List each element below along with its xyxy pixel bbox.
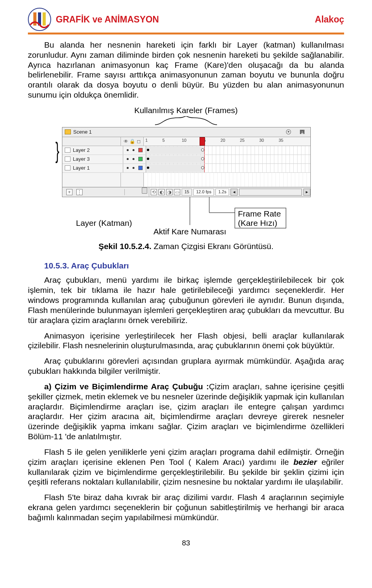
- svg-rect-7: [235, 208, 286, 228]
- header-title-right: Alakoç: [315, 14, 344, 25]
- layer-color-swatch: [138, 166, 143, 170]
- figure-top-label: Kullanılmış Kareler (Frames): [28, 105, 344, 115]
- section-heading: 10.5.3. Araç Çubukları: [44, 261, 344, 271]
- add-guide-layer-icon[interactable]: ⋮: [76, 189, 83, 195]
- layer-icon: [65, 148, 71, 153]
- svg-rect-1: [33, 12, 36, 26]
- onion-skin-outline-icon[interactable]: ◑: [166, 189, 172, 195]
- layer-row[interactable]: Layer 1: [62, 164, 310, 173]
- scroll-right-icon[interactable]: ►: [303, 189, 310, 196]
- layer-color-swatch: [138, 148, 143, 152]
- paragraph-6: a) Çizim ve Biçimlendirme Araç Çubuğu :Ç…: [28, 382, 344, 442]
- trash-icon[interactable]: [142, 187, 147, 194]
- scroll-left-icon[interactable]: ◄: [231, 189, 238, 196]
- layer-column-icons: 👁 🔒 ◻: [121, 137, 144, 146]
- svg-rect-3: [43, 12, 46, 26]
- university-logo-icon: [28, 8, 51, 31]
- edit-multiple-frames-icon[interactable]: ▭: [174, 189, 180, 195]
- layer-name: Layer 1: [73, 165, 90, 171]
- fps-display: 12.0 fps: [193, 189, 214, 196]
- layer-row[interactable]: Layer 2: [62, 146, 310, 155]
- timeline-panel: Scene 1 ⦿ 🖪 👁 🔒 ◻ 1 5 10 15 20 25 30 35: [62, 127, 311, 197]
- current-frame-display: 15: [182, 189, 192, 196]
- elapsed-time-display: 1.2s: [215, 189, 229, 196]
- frame-ruler[interactable]: 1 5 10 15 20 25 30 35: [144, 137, 310, 146]
- layer-name: Layer 3: [73, 156, 90, 162]
- layer-name: Layer 2: [73, 147, 90, 153]
- annotation-lines-icon: [62, 197, 310, 240]
- paragraph-3: Araç çubukları, menü yardımı ile birkaç …: [28, 275, 344, 325]
- paragraph-5: Araç çubuklarını görevleri açısından gru…: [28, 356, 344, 376]
- brace-left-icon: }: [55, 145, 59, 156]
- layer-color-swatch: [138, 157, 143, 161]
- scene-name: Scene 1: [73, 129, 92, 135]
- header-rule: [28, 33, 344, 34]
- brace-top-icon: [62, 116, 310, 126]
- figure-caption: Şekil 10.5.2.4. Zaman Çizgisi Ekranı Gör…: [28, 241, 344, 251]
- paragraph-4: Animasyon içerisine yerleştirilecek her …: [28, 331, 344, 351]
- scrollbar[interactable]: [239, 189, 302, 196]
- layer-row[interactable]: Layer 3: [62, 155, 310, 164]
- paragraph-1: Bu alanda her nesnenin hareketi için far…: [28, 40, 344, 100]
- header-title-left: GRAFİK ve ANİMASYON: [56, 14, 159, 25]
- scene-icon: [65, 129, 71, 134]
- onion-skin-icon[interactable]: ◐: [158, 189, 165, 195]
- playhead[interactable]: [200, 137, 205, 146]
- add-layer-icon[interactable]: +: [66, 189, 72, 195]
- center-frame-icon[interactable]: ⟲: [151, 189, 157, 195]
- layer-icon: [65, 165, 71, 170]
- timeline-head-symbols-icon: ⦿ 🖪: [286, 129, 308, 136]
- page-number: 83: [28, 528, 344, 547]
- layer-icon: [65, 156, 71, 162]
- document-header: GRAFİK ve ANİMASYON Alakoç: [28, 8, 344, 31]
- paragraph-7: Flash 5 ile gelen yeniliklerle yeni çizi…: [28, 447, 344, 487]
- paragraph-8: Flash 5'te biraz daha kıvrak bir araç di…: [28, 492, 344, 522]
